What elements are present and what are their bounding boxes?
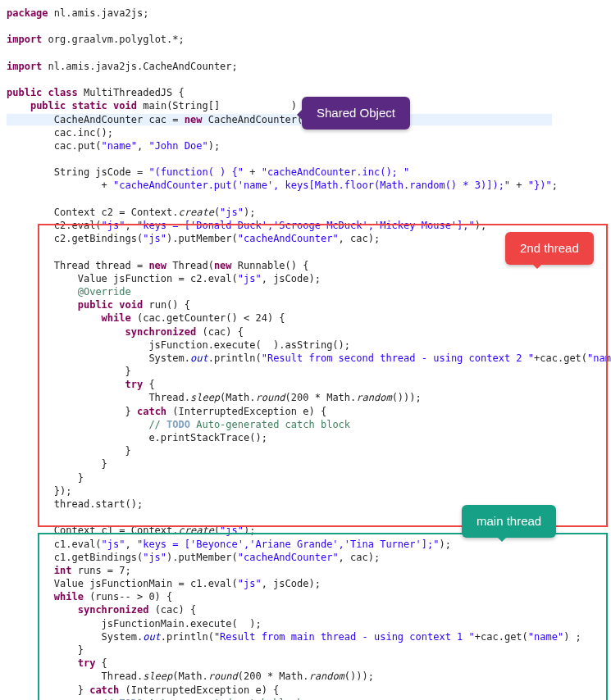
callout-second-thread: 2nd thread [505,232,594,265]
callout-shared-object: Shared Object [302,97,410,130]
code-block: package nl.amis.java2js; import org.graa… [7,7,604,700]
callout-main-thread: main thread [462,505,556,538]
